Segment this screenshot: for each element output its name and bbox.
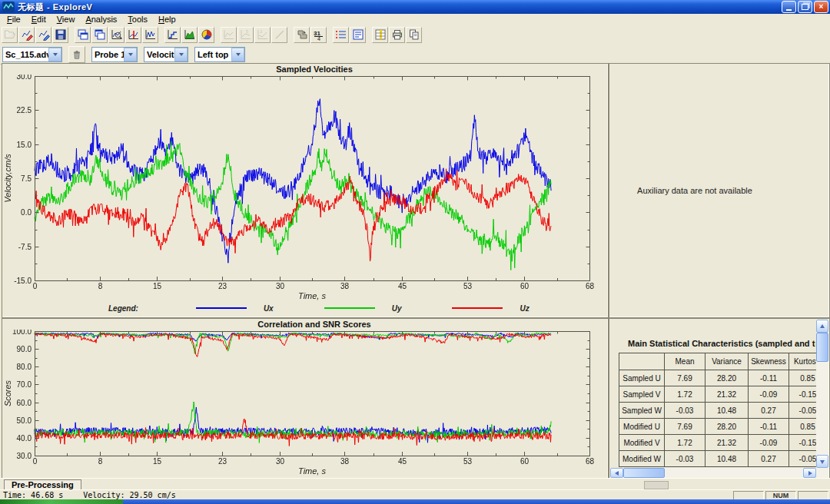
toolbar-button-list-markers[interactable] [333,27,349,43]
statistics-table: MeanVarianceSkewnessKurtosisSampled U7.6… [619,353,827,467]
scroll-left-button[interactable] [610,468,623,478]
position-select[interactable]: Left top [194,47,245,62]
scores-chart-pane: Correlation and SNR Scores [2,318,609,479]
menu-analysis[interactable]: Analysis [80,15,122,24]
window-title: 无标题 - ExploreV [18,2,779,13]
probe-select[interactable]: Probe 1 [91,47,138,62]
table-row: Sampled V1.7221.32-0.09-0.15 [619,386,827,403]
toolbar-button-chart-marker[interactable] [125,27,141,43]
toolbar-button-chart-filter-1[interactable] [221,27,237,43]
rotate-axes-icon [296,28,308,41]
stat-value: -0.11 [749,370,789,386]
toolbar-button-list-report[interactable] [350,27,366,43]
tab-strip-scrollbar[interactable] [644,481,669,489]
row-label: Sampled U [619,370,665,386]
menu-help[interactable]: Help [153,15,181,24]
main-toolbar: 52314 [0,25,830,45]
toolbar-button-chart-line[interactable] [164,27,181,43]
start-button-fragment[interactable] [0,499,123,504]
vertical-scrollbar[interactable] [816,320,828,468]
open-file-icon [4,28,16,41]
stat-value: 21.32 [706,386,749,403]
chevron-down-icon[interactable] [174,48,188,61]
scroll-down-button[interactable] [816,455,828,468]
app-window: 无标题 - ExploreV × FileEditViewAnalysisToo… [0,0,830,504]
stats-col-header [619,353,665,370]
toolbar-button-pen-edit[interactable] [18,27,35,43]
menu-file[interactable]: File [2,15,26,24]
trash-icon [71,49,82,60]
legend-line-ux [196,307,247,309]
toolbar-button-copy-pages[interactable] [406,27,422,43]
copy-pages-icon [408,28,420,41]
velocity-chart-canvas [2,75,605,302]
restore-button[interactable] [798,1,812,13]
chevron-down-icon[interactable] [124,48,137,61]
svg-text:2: 2 [260,29,263,34]
toolbar-button-chart-spectrum[interactable] [142,27,158,43]
tab-pre-processing[interactable]: Pre-Processing [4,479,81,490]
chart-filter-4-icon [274,28,286,41]
row-label: Sampled W [619,403,665,419]
chart-area-icon [184,28,196,41]
menu-view[interactable]: View [51,15,81,24]
app-icon [2,2,15,12]
toolbar-separator [159,28,164,41]
row-label: Modified V [619,435,665,451]
scroll-up-button[interactable] [816,320,828,333]
legend-entry-uy: Uy [392,304,402,313]
velocity-chart-title: Sampled Velocities [2,64,608,75]
status-velocity: Velocity: 29.50 cm/s [83,491,175,499]
delete-file-button[interactable] [68,46,85,63]
list-markers-icon [335,28,347,41]
toolbar-button-chart-pie[interactable] [198,27,214,43]
chart-zoom-icon [111,28,123,41]
scroll-right-button[interactable] [803,468,816,478]
legend-entry-ux: Ux [264,304,274,313]
toolbar-button-save-file[interactable] [52,27,68,43]
toolbar-button-print[interactable] [389,27,405,43]
menu-tools[interactable]: Tools [122,15,153,24]
minimize-button[interactable] [782,1,796,13]
toolbar-button-chart-area[interactable] [181,27,198,43]
chevron-down-icon[interactable] [48,48,61,61]
arrow-up-icon [820,322,825,328]
toolbar-button-chart-filter-2[interactable]: 5 [237,27,254,43]
auxiliary-data-pane: Auxiliary data are not available [609,63,830,318]
toolbar-button-fraction-convert[interactable]: 314 [310,27,327,43]
toolbar-button-column-highlight[interactable] [372,27,388,43]
scores-chart-canvas [2,330,605,476]
toolbar-button-chart-filter-3[interactable]: 2 [254,27,271,43]
toolbar-button-rotate-axes[interactable] [294,27,310,43]
stat-value: 0.27 [749,451,789,467]
pen-edit-icon [21,28,33,41]
legend-entry-uz: Uz [520,304,529,313]
close-button[interactable]: × [814,1,828,13]
toolbar-button-pen-edit-alt[interactable] [35,27,51,43]
file-select[interactable]: Sc_115.adv [2,47,62,62]
arrow-left-icon [613,471,619,476]
statistics-pane: Main Statistical Characteristics (sample… [609,318,830,479]
stat-value: 10.48 [706,451,749,467]
stat-value: 21.32 [706,435,749,451]
quantity-select[interactable]: Velociti [144,47,188,62]
toolbar-button-chart-filter-4[interactable] [271,27,287,43]
stats-col-header: Variance [706,353,749,370]
stats-col-header: Mean [665,353,706,370]
toolbar-button-copy-window-alt[interactable] [91,27,108,43]
horizontal-scroll-thumb[interactable] [623,468,665,478]
row-label: Sampled V [619,386,665,403]
toolbar-button-copy-window[interactable] [75,27,91,43]
velocity-chart-pane: Sampled Velocities Legend:UxUyUz [2,63,609,318]
stat-value: -0.09 [749,386,789,403]
toolbar-button-chart-zoom[interactable] [108,27,124,43]
chevron-down-icon[interactable] [231,48,244,61]
toolbar-button-open-file[interactable] [2,27,18,43]
menu-edit[interactable]: Edit [26,15,51,24]
toolbar-separator [367,28,372,41]
vertical-scroll-thumb[interactable] [816,333,828,362]
toolbar-separator [327,28,333,41]
minimize-icon [786,9,792,11]
horizontal-scrollbar[interactable] [610,468,828,478]
save-file-icon [55,28,67,41]
